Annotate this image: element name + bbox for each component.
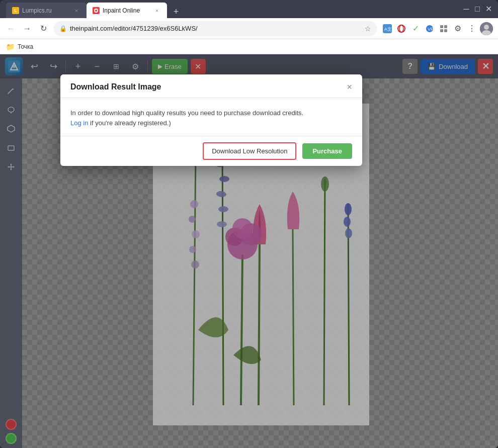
svg-text:文: 文: [387, 27, 392, 32]
dialog-message: In order to download high quality result…: [70, 108, 352, 128]
extensions-icon[interactable]: [438, 23, 450, 35]
address-text: theinpaint.com/editor/4751239/ex6S6LkWS/: [70, 25, 362, 32]
tab-lumpics-label: Lumpics.ru: [22, 7, 69, 14]
svg-rect-11: [440, 29, 443, 32]
address-bar-input[interactable]: 🔒 theinpaint.com/editor/4751239/ex6S6LkW…: [53, 21, 377, 36]
dialog-overlay: Download Result Image × In order to down…: [0, 54, 498, 448]
back-button[interactable]: ←: [5, 23, 17, 35]
puzzle-icon[interactable]: ⚙: [452, 23, 464, 35]
svg-rect-12: [444, 29, 447, 32]
tab-inpaint-favicon: [93, 7, 100, 14]
tab-inpaint[interactable]: Inpaint Online ×: [87, 3, 167, 19]
tab-inpaint-close[interactable]: ×: [153, 7, 161, 15]
lock-icon: 🔒: [59, 25, 67, 32]
menu-icon[interactable]: ⋮: [466, 23, 478, 35]
purchase-button[interactable]: Purchase: [302, 143, 352, 159]
download-dialog: Download Result Image × In order to down…: [60, 74, 362, 166]
address-bar: ← → ↻ 🔒 theinpaint.com/editor/4751239/ex…: [0, 18, 498, 39]
tab-lumpics[interactable]: L Lumpics.ru ×: [6, 3, 87, 19]
svg-point-14: [484, 25, 489, 30]
login-suffix: if you're already registered.): [88, 119, 171, 127]
star-icon[interactable]: ☆: [365, 25, 371, 33]
window-controls: ─ □ ✕: [463, 6, 492, 13]
translate-icon[interactable]: A文: [381, 23, 393, 35]
dialog-close-button[interactable]: ×: [347, 82, 352, 92]
bookmarks-bar: 📁 Точка: [0, 39, 498, 54]
shield-icon[interactable]: ✓: [409, 23, 422, 35]
title-bar: L Lumpics.ru × Inpaint Online × + ─ □ ✕: [0, 0, 498, 18]
reload-button[interactable]: ↻: [37, 23, 49, 35]
browser-actions: A文 ✓ VPN ⚙ ⋮: [381, 22, 493, 35]
dialog-footer: Download Low Resolution Purchase: [60, 136, 362, 166]
dialog-body: In order to download high quality result…: [60, 98, 362, 136]
opera-icon[interactable]: [395, 23, 407, 35]
profile-avatar[interactable]: [480, 22, 493, 35]
tab-inpaint-label: Inpaint Online: [103, 7, 150, 14]
browser-window: L Lumpics.ru × Inpaint Online × + ─ □ ✕ …: [0, 0, 498, 448]
dialog-title: Download Result Image: [70, 82, 161, 92]
forward-button[interactable]: →: [21, 23, 33, 35]
bookmark-label[interactable]: Точка: [18, 43, 33, 50]
svg-point-1: [95, 10, 97, 12]
svg-point-6: [399, 25, 403, 32]
svg-rect-10: [444, 25, 447, 28]
editor-area: ↩ ↪ + − ⊞ ⚙ ▶ Erase ✕ ? 💾 Download ✕: [0, 54, 498, 448]
minimize-button[interactable]: ─: [463, 6, 470, 13]
bookmark-folder-icon: 📁: [6, 43, 15, 51]
close-button[interactable]: ✕: [485, 6, 492, 13]
svg-rect-9: [440, 25, 443, 28]
svg-text:VPN: VPN: [428, 27, 434, 32]
tab-lumpics-favicon: L: [12, 7, 19, 14]
vpn-icon[interactable]: VPN: [424, 23, 436, 35]
svg-point-5: [398, 25, 405, 32]
maximize-button[interactable]: □: [474, 6, 481, 13]
new-tab-button[interactable]: +: [169, 5, 183, 19]
login-link[interactable]: Log in: [70, 119, 88, 127]
tab-lumpics-close[interactable]: ×: [72, 7, 80, 15]
dialog-header: Download Result Image ×: [60, 74, 362, 98]
download-low-res-button[interactable]: Download Low Resolution: [203, 142, 296, 160]
